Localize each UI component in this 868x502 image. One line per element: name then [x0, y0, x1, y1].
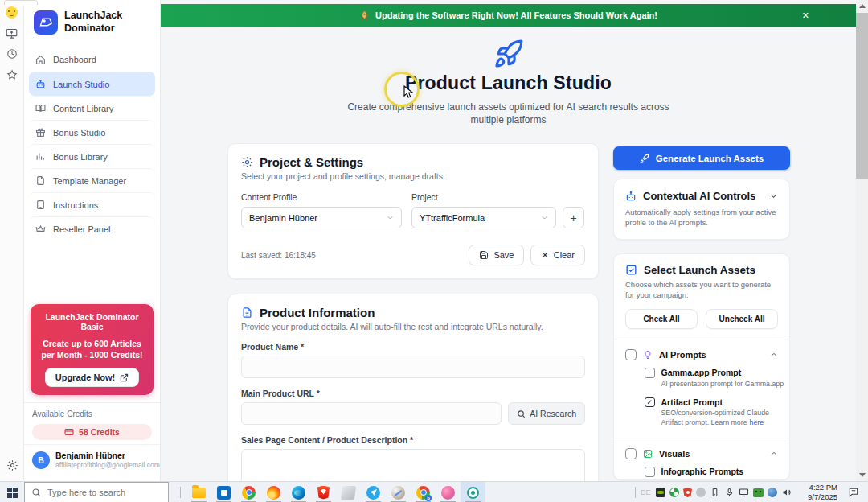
upgrade-title: LaunchJack Dominator Basic: [37, 312, 147, 331]
brave-icon[interactable]: [311, 482, 336, 502]
sidebar-item-reseller-panel[interactable]: Reseller Panel: [29, 216, 155, 241]
notification-center-icon[interactable]: [843, 482, 864, 502]
group-checkbox[interactable]: [625, 349, 637, 360]
sales-page-textarea[interactable]: [241, 449, 585, 481]
nvidia-tray-icon[interactable]: [656, 488, 665, 497]
password-manager-tray-icon[interactable]: [753, 488, 764, 497]
sidebar-item-instructions[interactable]: Instructions: [29, 192, 155, 216]
search-input[interactable]: [47, 488, 152, 497]
chrome-icon[interactable]: [236, 482, 261, 502]
microsoft-store-icon[interactable]: [211, 482, 236, 502]
taskbar-search[interactable]: [24, 482, 169, 502]
taskbar-clock[interactable]: 4:22 PM 9/7/2025: [799, 483, 837, 502]
network-orb-tray-icon[interactable]: [768, 488, 777, 497]
sidebar-item-bonus-library[interactable]: Bonus Library: [29, 144, 155, 168]
upgrade-button[interactable]: Upgrade Now!: [45, 368, 140, 387]
sidebar-item-content-library[interactable]: Content Library: [29, 96, 155, 120]
credit-card-icon: [64, 427, 74, 437]
right-column: Generate Launch Assets Contextual AI Con…: [613, 146, 790, 480]
edge-icon[interactable]: [286, 482, 311, 502]
ai-research-button[interactable]: AI Research: [508, 402, 585, 425]
user-row[interactable]: B Benjamin Hübner affiliateprofitblog@go…: [24, 444, 160, 475]
capcut-icon[interactable]: [436, 482, 461, 502]
product-information-card: Product Information Provide your product…: [227, 294, 599, 481]
rocket-icon: [640, 154, 649, 163]
page-subtitle: Create comprehensive launch assets optim…: [332, 101, 686, 126]
group-label: AI Prompts: [659, 350, 706, 360]
uncheck-all-button[interactable]: Uncheck All: [706, 309, 778, 329]
credits-block: Available Credits 58 Credits: [24, 402, 160, 440]
screen-recorder-icon[interactable]: [461, 482, 485, 502]
clock-icon[interactable]: [6, 47, 18, 60]
lightbulb-icon: [643, 350, 653, 360]
sidebar-item-template-manager[interactable]: Template Manager: [29, 168, 155, 192]
speaker-tray-icon[interactable]: [781, 488, 792, 498]
scrollbar-thumb[interactable]: [856, 13, 868, 179]
telegram-icon[interactable]: [361, 482, 386, 502]
phone-link-tray-icon[interactable]: [710, 488, 720, 498]
sidebar-item-dashboard[interactable]: Dashboard: [29, 47, 155, 72]
scroll-up-arrow[interactable]: [856, 0, 868, 12]
check-all-button[interactable]: Check All: [625, 309, 698, 329]
sales-page-label: Sales Page Content / Product Description…: [241, 435, 585, 445]
notes-app-icon[interactable]: [336, 482, 361, 502]
sidebar-item-bonus-studio[interactable]: Bonus Studio: [29, 120, 155, 144]
main-url-input[interactable]: [241, 402, 502, 425]
firefox-icon[interactable]: [261, 482, 286, 502]
user-name: Benjamin Hübner: [55, 451, 160, 460]
project-select[interactable]: YTtrafficFormula: [411, 207, 556, 228]
scroll-down-arrow[interactable]: [856, 469, 868, 481]
asset-group-ai-prompts[interactable]: AI Prompts: [625, 349, 778, 360]
save-button[interactable]: Save: [469, 245, 524, 265]
inactive-tray-icon[interactable]: [696, 488, 706, 497]
banner-close-button[interactable]: ✕: [802, 4, 809, 27]
start-button[interactable]: [0, 482, 24, 502]
microphone-tray-icon[interactable]: [724, 488, 735, 498]
add-project-button[interactable]: +: [563, 207, 584, 228]
file-explorer-icon[interactable]: [186, 482, 211, 502]
sidebar-item-label: Reseller Panel: [53, 224, 111, 234]
security-shield-tray-icon[interactable]: [683, 488, 692, 497]
design-app-icon[interactable]: [386, 482, 411, 502]
sidebar-item-launch-studio[interactable]: Launch Studio: [29, 72, 155, 96]
external-link-icon: [120, 373, 129, 382]
chrome-profile-icon[interactable]: b: [411, 482, 436, 502]
robot-icon: [35, 79, 46, 89]
learn-more-link[interactable]: here: [750, 418, 764, 426]
asset-checkbox[interactable]: [645, 467, 655, 477]
language-indicator[interactable]: DE: [641, 488, 652, 496]
content-profile-field: Content Profile Benjamin Hübner: [241, 192, 411, 228]
content-profile-select[interactable]: Benjamin Hübner: [241, 207, 402, 228]
sidebar-item-label: Content Library: [53, 104, 113, 113]
chevron-down-icon[interactable]: [769, 191, 778, 200]
rocket-emoji-icon: [359, 10, 370, 21]
asset-checkbox-checked[interactable]: ✓: [645, 397, 655, 408]
document-icon: [241, 307, 253, 319]
asset-item-artifact-prompt[interactable]: ✓ Artifact Prompt SEO/conversion-optimiz…: [645, 397, 778, 428]
gear-icon[interactable]: [0, 459, 24, 471]
brand[interactable]: LaunchJack Dominator: [24, 0, 160, 43]
main-url-label: Main Product URL *: [241, 389, 585, 398]
product-name-input[interactable]: [241, 356, 585, 378]
screen-share-icon[interactable]: [6, 27, 18, 39]
chevron-up-icon[interactable]: [770, 450, 778, 458]
chevron-up-icon[interactable]: [770, 351, 778, 359]
clock-time: 4:22 PM: [799, 483, 837, 492]
upgrade-body: Create up to 600 Articles per Month - 10…: [37, 338, 147, 360]
project-field: Project YTtrafficFormula +: [411, 192, 585, 228]
antivirus-tray-icon[interactable]: [669, 488, 679, 497]
card-subtitle: Select your project and profile settings…: [241, 171, 585, 181]
emoji-sticker-icon[interactable]: [6, 6, 18, 19]
generate-launch-assets-button[interactable]: Generate Launch Assets: [613, 146, 790, 170]
asset-item-gamma-prompt[interactable]: Gamma.app Prompt AI presentation prompt …: [645, 368, 778, 389]
asset-item-infographic-prompts[interactable]: Infographic Prompts 3 detailed prompts f…: [645, 467, 778, 480]
group-checkbox[interactable]: [625, 448, 637, 459]
star-icon[interactable]: [6, 68, 18, 81]
page-scrollbar[interactable]: [856, 0, 868, 481]
asset-group-visuals[interactable]: Visuals: [625, 448, 778, 459]
system-tray: DE 4:22 PM 9/7/2025: [633, 482, 868, 502]
clear-button[interactable]: ✕ Clear: [530, 245, 585, 265]
display-cast-tray-icon[interactable]: [739, 488, 749, 498]
tray-divider: [633, 487, 633, 498]
asset-checkbox[interactable]: [645, 368, 655, 378]
